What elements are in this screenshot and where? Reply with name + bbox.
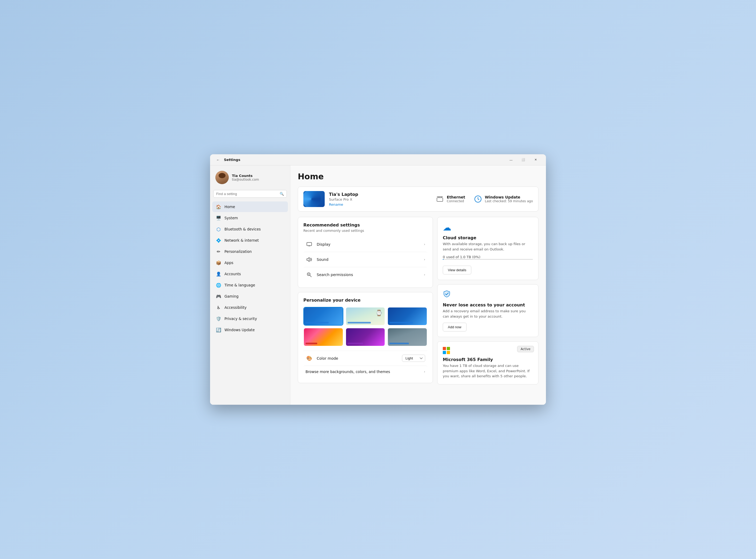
- windows-update-icon: [474, 195, 482, 203]
- personalization-icon: ✏️: [216, 249, 221, 254]
- sound-icon: [305, 256, 313, 263]
- svg-marker-9: [307, 258, 309, 262]
- color-mode-label: Color mode: [317, 356, 402, 360]
- home-icon: 🏠: [216, 204, 221, 209]
- device-model: Surface Pro X: [329, 197, 436, 201]
- sidebar-item-personalization[interactable]: ✏️ Personalization: [212, 246, 288, 257]
- sidebar-item-time[interactable]: 🌐 Time & language: [212, 280, 288, 290]
- sidebar-item-accounts[interactable]: 👤 Accounts: [212, 269, 288, 279]
- sidebar-item-system[interactable]: 🖥️ System: [212, 213, 288, 223]
- browse-row[interactable]: Browse more backgrounds, colors, and the…: [303, 365, 427, 378]
- window-controls: — ⬜ ✕: [505, 156, 542, 164]
- settings-item-sound[interactable]: Sound ›: [303, 252, 427, 267]
- ms365-card: Active Microsoft 365 Family You have 1 T…: [437, 341, 539, 384]
- update-status: Windows Update Last checked: 59 minutes …: [474, 195, 533, 203]
- sidebar-item-update[interactable]: 🔄 Windows Update: [212, 325, 288, 335]
- content-area: Tia Counts tia@outlook.com 🔍 🏠 Home 🖥️ S…: [210, 165, 546, 405]
- ethernet-icon: [436, 195, 444, 203]
- device-thumbnail: [303, 191, 325, 207]
- rename-link[interactable]: Rename: [329, 202, 436, 206]
- accessibility-icon: ♿: [216, 305, 221, 310]
- minimize-button[interactable]: —: [505, 156, 517, 164]
- storage-bar: [443, 259, 533, 260]
- maximize-button[interactable]: ⬜: [517, 156, 530, 164]
- sidebar-item-label: Home: [224, 205, 235, 209]
- display-icon: [305, 241, 313, 248]
- sidebar-item-gaming[interactable]: 🎮 Gaming: [212, 291, 288, 301]
- sidebar-item-home[interactable]: 🏠 Home: [212, 201, 288, 212]
- ms-red-square: [443, 347, 446, 350]
- bluetooth-icon: ⬡: [216, 226, 221, 232]
- add-now-button[interactable]: Add now: [443, 323, 467, 332]
- settings-item-display[interactable]: Display ›: [303, 237, 427, 252]
- svg-rect-0: [437, 198, 443, 201]
- sidebar-item-label: Gaming: [224, 294, 239, 298]
- display-label: Display: [317, 242, 424, 246]
- storage-bar-fill: [443, 259, 444, 260]
- user-info: Tia Counts tia@outlook.com: [232, 174, 285, 181]
- sidebar-item-network[interactable]: 💠 Network & internet: [212, 235, 288, 246]
- ms-blue-square: [443, 351, 446, 354]
- search-input[interactable]: [216, 192, 278, 196]
- storage-usage: 0 used of 1.0 TB (0%): [443, 255, 533, 259]
- update-text: Windows Update Last checked: 59 minutes …: [485, 195, 533, 203]
- sidebar-item-label: Time & language: [224, 283, 255, 287]
- microsoft-logo: [443, 347, 450, 354]
- sidebar-item-label: Bluetooth & devices: [224, 227, 261, 231]
- wallpaper-1[interactable]: [303, 307, 343, 326]
- back-button[interactable]: ←: [214, 156, 222, 163]
- sidebar-item-privacy[interactable]: 🛡️ Privacy & security: [212, 313, 288, 324]
- color-mode-select[interactable]: Light Dark Custom: [402, 355, 425, 362]
- sidebar-item-accessibility[interactable]: ♿ Accessibility: [212, 302, 288, 313]
- recommended-title: Recommended settings: [303, 222, 427, 227]
- gaming-icon: 🎮: [216, 294, 221, 299]
- privacy-icon: 🛡️: [216, 316, 221, 321]
- ethernet-label: Ethernet: [447, 195, 465, 199]
- system-icon: 🖥️: [216, 215, 221, 221]
- update-sub: Last checked: 59 minutes ago: [485, 199, 533, 203]
- sidebar-item-label: Apps: [224, 261, 233, 265]
- wallpaper-3[interactable]: [387, 307, 427, 326]
- search-box[interactable]: 🔍: [213, 190, 287, 198]
- svg-point-12: [308, 274, 309, 275]
- wallpaper-6[interactable]: [387, 328, 427, 346]
- recommended-subtitle: Recent and commonly used settings: [303, 229, 427, 232]
- sidebar-item-label: Personalization: [224, 249, 252, 254]
- wallpaper-2[interactable]: ⌚: [345, 307, 386, 326]
- sidebar-item-bluetooth[interactable]: ⬡ Bluetooth & devices: [212, 224, 288, 234]
- ms365-title: Microsoft 365 Family: [443, 357, 533, 362]
- search-icon: 🔍: [280, 192, 284, 196]
- two-col-layout: Recommended settings Recent and commonly…: [298, 217, 539, 384]
- user-profile: Tia Counts tia@outlook.com: [212, 169, 288, 188]
- shield-icon: [443, 290, 533, 300]
- wallpaper-5[interactable]: [345, 328, 386, 346]
- apps-icon: 📦: [216, 260, 221, 265]
- cloud-title: Cloud storage: [443, 235, 533, 240]
- sound-chevron: ›: [424, 258, 425, 261]
- page-title: Home: [298, 172, 539, 181]
- browse-chevron: ›: [424, 370, 425, 374]
- sidebar-item-apps[interactable]: 📦 Apps: [212, 258, 288, 268]
- update-label: Windows Update: [485, 195, 533, 199]
- user-name: Tia Counts: [232, 174, 285, 178]
- view-details-button[interactable]: View details: [443, 266, 471, 274]
- security-title: Never lose access to your account: [443, 303, 533, 308]
- device-name: Tia's Laptop: [329, 192, 436, 197]
- left-column: Recommended settings Recent and commonly…: [298, 217, 433, 384]
- cloud-description: With available storage, you can back up …: [443, 241, 533, 252]
- settings-list: Display ›: [303, 237, 427, 282]
- svg-rect-6: [307, 243, 311, 246]
- ms365-description: You have 1 TB of cloud storage and can u…: [443, 363, 533, 379]
- device-info: Tia's Laptop Surface Pro X Rename: [329, 192, 436, 206]
- active-badge: Active: [517, 346, 534, 352]
- wallpaper-4[interactable]: [303, 328, 343, 346]
- close-button[interactable]: ✕: [530, 156, 542, 164]
- ethernet-sub: Connected: [447, 199, 465, 203]
- color-mode-row[interactable]: 🎨 Color mode Light Dark Custom: [303, 351, 427, 365]
- update-icon: 🔄: [216, 327, 221, 333]
- personalize-card: Personalize your device ⌚: [298, 292, 433, 383]
- cloud-storage-card: ☁️ Cloud storage With available storage,…: [437, 217, 539, 280]
- personalize-title: Personalize your device: [303, 298, 427, 303]
- settings-item-search[interactable]: Search permissions ›: [303, 267, 427, 282]
- right-column: ☁️ Cloud storage With available storage,…: [437, 217, 539, 384]
